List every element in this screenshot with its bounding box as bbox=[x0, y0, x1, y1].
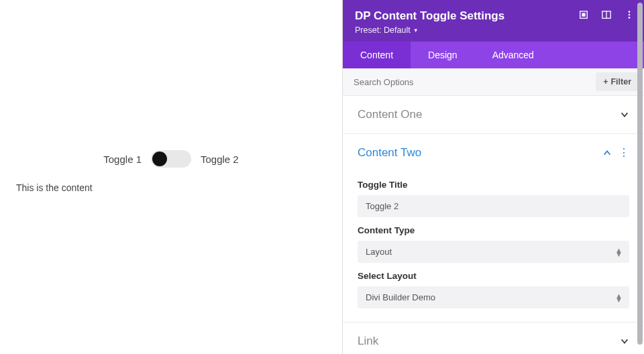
select-layout-select[interactable] bbox=[358, 286, 629, 308]
section-kebab-icon[interactable]: ⋮ bbox=[619, 148, 629, 158]
section-header-content-two[interactable]: Content Two ⋮ bbox=[358, 134, 629, 172]
expand-icon[interactable] bbox=[578, 9, 589, 20]
toggle-right-label: Toggle 2 bbox=[201, 154, 239, 165]
section-body-content-two: Toggle Title Content Type ▲▼ Select Layo… bbox=[358, 180, 629, 322]
panel-header: DP Content Toggle Settings Preset: Defau… bbox=[343, 0, 644, 42]
chevron-down-icon bbox=[620, 110, 629, 119]
search-input[interactable] bbox=[343, 70, 590, 94]
search-row: + Filter bbox=[343, 68, 644, 96]
toggle-left-label: Toggle 1 bbox=[103, 154, 142, 165]
section-header-link[interactable]: Link bbox=[358, 322, 629, 354]
caret-down-icon: ▼ bbox=[413, 27, 419, 34]
settings-panel: DP Content Toggle Settings Preset: Defau… bbox=[342, 0, 644, 354]
section-title-content-one: Content One bbox=[358, 108, 422, 121]
switch-knob bbox=[152, 152, 167, 166]
toggle-title-label: Toggle Title bbox=[358, 180, 629, 190]
svg-point-6 bbox=[629, 17, 631, 19]
filter-button[interactable]: + Filter bbox=[596, 72, 639, 91]
chevron-up-icon bbox=[602, 148, 612, 158]
section-link: Link bbox=[343, 322, 644, 354]
preset-label: Preset: Default bbox=[355, 25, 411, 35]
svg-point-4 bbox=[629, 11, 631, 13]
plus-icon: + bbox=[603, 77, 608, 86]
content-type-label: Content Type bbox=[358, 225, 629, 235]
chevron-down-icon bbox=[620, 337, 629, 346]
toggle-row: Toggle 1 Toggle 2 bbox=[16, 150, 326, 168]
section-content-one: Content One bbox=[343, 96, 644, 134]
preset-selector[interactable]: Preset: Default ▼ bbox=[355, 25, 632, 35]
scrollbar-thumb[interactable] bbox=[637, 3, 643, 345]
sections-container: Content One Content Two bbox=[343, 96, 644, 354]
tabs: Content Design Advanced bbox=[343, 42, 644, 68]
svg-point-5 bbox=[629, 14, 631, 16]
filter-label: Filter bbox=[610, 77, 631, 86]
svg-rect-1 bbox=[582, 13, 585, 16]
section-header-content-one[interactable]: Content One bbox=[358, 96, 629, 133]
content-toggle-switch[interactable] bbox=[151, 150, 191, 168]
section-title-content-two: Content Two bbox=[358, 146, 421, 160]
tab-advanced[interactable]: Advanced bbox=[475, 42, 551, 68]
kebab-menu-icon[interactable] bbox=[624, 9, 635, 20]
columns-icon[interactable] bbox=[601, 9, 612, 20]
toggle-title-input[interactable] bbox=[358, 195, 629, 217]
tab-design[interactable]: Design bbox=[411, 42, 475, 68]
scrollbar[interactable] bbox=[636, 0, 644, 354]
preview-pane: Toggle 1 Toggle 2 This is the content bbox=[0, 0, 342, 354]
section-title-link: Link bbox=[358, 335, 378, 348]
tab-content[interactable]: Content bbox=[343, 42, 411, 68]
content-type-select[interactable] bbox=[358, 241, 629, 263]
section-content-two: Content Two ⋮ Toggle Title Content Type bbox=[343, 134, 644, 322]
preview-content-text: This is the content bbox=[16, 182, 326, 193]
select-layout-label: Select Layout bbox=[358, 271, 629, 281]
